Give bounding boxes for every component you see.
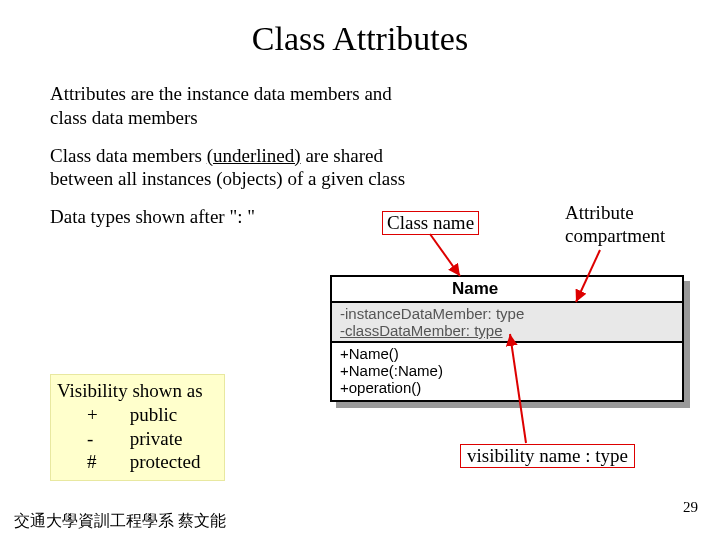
- uml-attr-row: -instanceDataMember: type: [340, 305, 674, 322]
- uml-op-row: +operation(): [340, 379, 674, 396]
- uml-op-row: +Name(): [340, 345, 674, 362]
- class-name-label: Class name: [382, 211, 479, 235]
- visibility-name-type-label: visibility name : type: [460, 444, 635, 468]
- visibility-name: protected: [108, 450, 215, 474]
- visibility-box: Visibility shown as + public - private #…: [50, 374, 225, 481]
- uml-operation-compartment: +Name() +Name(:Name) +operation(): [332, 343, 682, 400]
- slide-title: Class Attributes: [0, 20, 720, 58]
- attr-comp-l2: compartment: [565, 225, 665, 246]
- visibility-symbol: #: [57, 450, 108, 474]
- attribute-compartment-label: Attribute compartment: [565, 202, 665, 248]
- visibility-name: public: [108, 403, 215, 427]
- attr-comp-l1: Attribute: [565, 202, 634, 223]
- class-data-members-paragraph: Class data members (underlined) are shar…: [50, 144, 410, 192]
- uml-name-compartment: Name: [332, 277, 682, 303]
- intro-paragraph: Attributes are the instance data members…: [50, 82, 420, 130]
- svg-line-0: [430, 234, 460, 276]
- uml-class-box: Name -instanceDataMember: type -classDat…: [330, 275, 684, 402]
- page-number: 29: [683, 499, 698, 516]
- table-row: - private: [57, 427, 214, 451]
- uml-op-row: +Name(:Name): [340, 362, 674, 379]
- uml-attribute-compartment: -instanceDataMember: type -classDataMemb…: [332, 303, 682, 343]
- visibility-name: private: [108, 427, 215, 451]
- table-row: + public: [57, 403, 214, 427]
- visibility-heading: Visibility shown as: [57, 379, 214, 403]
- visibility-symbol: -: [57, 427, 108, 451]
- table-row: # protected: [57, 450, 214, 474]
- cdm-text-a: Class data members: [50, 145, 207, 166]
- slide-footer: 交通大學資訓工程學系 蔡文能: [14, 511, 226, 532]
- uml-attr-row-underlined: -classDataMember: type: [340, 322, 674, 339]
- visibility-table: + public - private # protected: [57, 403, 214, 474]
- cdm-underlined: (underlined): [207, 145, 301, 166]
- data-types-paragraph: Data types shown after ": ": [50, 205, 320, 229]
- visibility-symbol: +: [57, 403, 108, 427]
